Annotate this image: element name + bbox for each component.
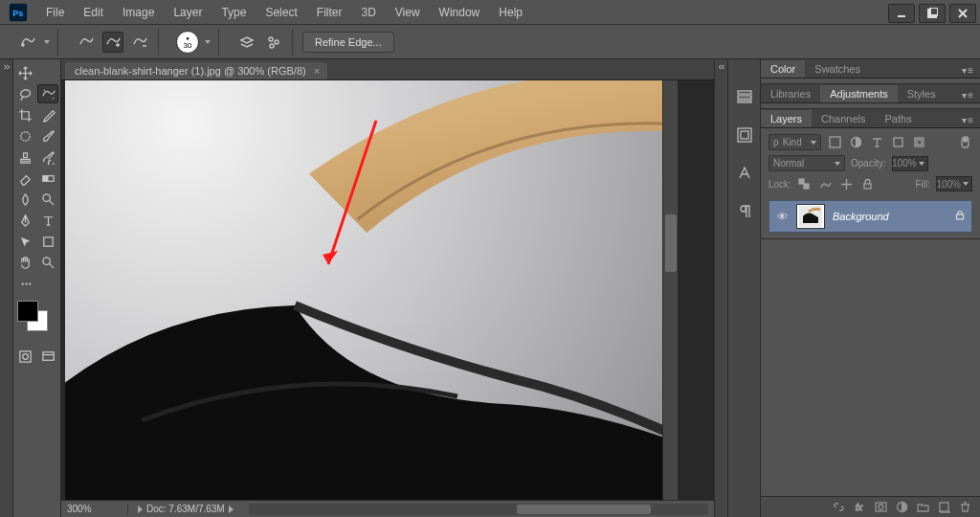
menu-type[interactable]: Type xyxy=(212,0,256,25)
adjustment-layer-icon[interactable] xyxy=(894,500,909,515)
group-layers-icon[interactable] xyxy=(915,500,930,515)
filter-toggle-switch[interactable] xyxy=(957,135,972,150)
close-tab-icon[interactable]: × xyxy=(314,65,320,77)
hand-tool[interactable] xyxy=(15,253,36,272)
vertical-scroll-thumb[interactable] xyxy=(665,214,677,272)
move-tool[interactable] xyxy=(15,63,36,82)
tab-adjustments[interactable]: Adjustments xyxy=(820,85,898,102)
filter-adjust-icon[interactable] xyxy=(848,135,863,150)
layer-style-icon[interactable]: fx xyxy=(852,500,867,515)
tool-preset-dropdown-icon[interactable] xyxy=(44,40,50,44)
type-tool[interactable] xyxy=(38,211,59,230)
filter-smart-icon[interactable] xyxy=(911,135,926,150)
menu-select[interactable]: Select xyxy=(256,0,306,25)
brush-picker-dropdown-icon[interactable] xyxy=(205,40,211,44)
delete-layer-icon[interactable] xyxy=(957,500,972,515)
layer-filter-kind[interactable]: ρKind xyxy=(768,134,821,150)
menu-filter[interactable]: Filter xyxy=(307,0,352,25)
docsize-readout[interactable]: Doc: 7.63M/7.63M xyxy=(128,504,243,514)
visibility-toggle-icon[interactable]: 👁 xyxy=(775,211,789,222)
fill-field[interactable]: 100% xyxy=(936,176,972,191)
layer-row-background[interactable]: 👁 Background xyxy=(768,200,972,233)
character-panel-icon[interactable] xyxy=(734,163,755,184)
horizontal-scrollbar[interactable] xyxy=(249,504,708,515)
menu-edit[interactable]: Edit xyxy=(74,0,113,25)
sample-all-layers-icon[interactable] xyxy=(236,32,257,53)
stamp-tool[interactable] xyxy=(15,147,36,167)
lasso-tool[interactable] xyxy=(15,84,35,103)
screen-mode-toggle[interactable] xyxy=(38,347,59,366)
layer-thumbnail[interactable] xyxy=(796,204,825,229)
shape-tool[interactable] xyxy=(38,232,59,251)
opacity-field[interactable]: 100% xyxy=(892,156,928,171)
menu-window[interactable]: Window xyxy=(430,0,490,25)
vertical-scrollbar[interactable] xyxy=(662,80,678,500)
zoom-tool[interactable] xyxy=(38,253,59,272)
filter-pixel-icon[interactable] xyxy=(827,135,842,150)
layer-mask-icon[interactable] xyxy=(873,500,888,515)
lock-position-icon[interactable] xyxy=(839,176,855,191)
artboard-tool[interactable] xyxy=(38,63,59,82)
edit-toolbar[interactable] xyxy=(15,274,36,293)
menu-image[interactable]: Image xyxy=(113,0,164,25)
tab-color[interactable]: Color xyxy=(761,60,805,78)
horizontal-scroll-thumb[interactable] xyxy=(517,505,651,514)
foreground-swatch[interactable] xyxy=(17,301,38,322)
eyedropper-tool[interactable] xyxy=(38,105,59,124)
gradient-tool[interactable] xyxy=(38,169,59,188)
auto-enhance-icon[interactable] xyxy=(263,32,284,53)
tab-styles[interactable]: Styles xyxy=(898,85,946,102)
quick-select-tool-icon[interactable] xyxy=(17,32,38,53)
brush-size-swatch[interactable]: ●30 xyxy=(176,31,199,54)
tab-swatches[interactable]: Swatches xyxy=(805,60,870,78)
filter-type-icon[interactable] xyxy=(869,135,884,150)
history-brush-tool[interactable] xyxy=(38,147,59,167)
toolbox-collapse-rail[interactable] xyxy=(0,59,13,517)
filter-shape-icon[interactable] xyxy=(890,135,905,150)
zoom-readout[interactable]: 300% xyxy=(61,504,128,514)
crop-tool[interactable] xyxy=(15,105,36,124)
close-button[interactable] xyxy=(949,4,976,23)
patch-tool[interactable] xyxy=(15,126,36,146)
refine-edge-button[interactable]: Refine Edge... xyxy=(302,32,394,53)
tab-libraries[interactable]: Libraries xyxy=(761,85,820,102)
panel-menu-icon[interactable]: ▾≡ xyxy=(956,88,980,102)
panel-menu-icon[interactable]: ▾≡ xyxy=(956,113,980,127)
lock-all-icon[interactable] xyxy=(860,176,876,191)
document-tab[interactable]: clean-blank-shirt-hanger (1).jpg @ 300% … xyxy=(65,62,327,79)
pen-tool[interactable] xyxy=(15,211,36,230)
blend-mode-select[interactable]: Normal xyxy=(768,155,845,171)
canvas[interactable] xyxy=(65,80,662,500)
tab-channels[interactable]: Channels xyxy=(812,110,875,127)
lock-image-icon[interactable] xyxy=(818,176,834,191)
menu-layer[interactable]: Layer xyxy=(164,0,212,25)
maximize-button[interactable] xyxy=(919,4,946,23)
new-selection-icon[interactable] xyxy=(76,32,97,53)
dodge-tool[interactable] xyxy=(38,190,59,209)
panel-menu-icon[interactable]: ▾≡ xyxy=(956,63,980,78)
add-to-selection-icon[interactable] xyxy=(102,32,123,53)
menu-help[interactable]: Help xyxy=(489,0,532,25)
tab-paths[interactable]: Paths xyxy=(876,110,922,127)
path-select-tool[interactable] xyxy=(15,232,36,251)
color-swatches[interactable] xyxy=(15,301,54,337)
eraser-tool[interactable] xyxy=(15,169,36,188)
brush-tool[interactable] xyxy=(38,126,59,146)
properties-panel-icon[interactable] xyxy=(734,124,755,146)
new-layer-icon[interactable] xyxy=(936,500,951,515)
quick-select-tool[interactable] xyxy=(37,84,58,103)
tab-layers[interactable]: Layers xyxy=(761,110,812,127)
panels-collapse-rail[interactable] xyxy=(714,59,727,517)
menu-3d[interactable]: 3D xyxy=(351,0,385,25)
subtract-from-selection-icon[interactable] xyxy=(129,32,150,53)
lock-transparent-icon[interactable] xyxy=(797,176,813,191)
paragraph-panel-icon[interactable] xyxy=(734,201,755,222)
minimize-button[interactable] xyxy=(888,4,915,23)
quick-mask-toggle[interactable] xyxy=(15,347,36,366)
link-layers-icon[interactable] xyxy=(831,500,846,515)
menu-file[interactable]: File xyxy=(36,0,74,25)
history-panel-icon[interactable] xyxy=(734,86,755,107)
lock-icon[interactable] xyxy=(954,210,966,223)
blur-tool[interactable] xyxy=(15,190,36,209)
menu-view[interactable]: View xyxy=(386,0,430,25)
